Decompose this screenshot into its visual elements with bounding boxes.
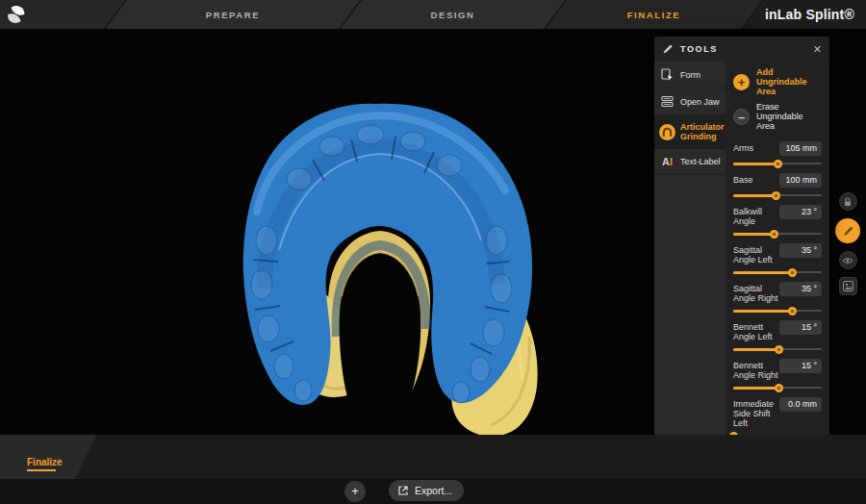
export-label: Export... <box>415 485 452 496</box>
slider-handle[interactable] <box>770 230 778 239</box>
slider-track[interactable] <box>733 268 822 277</box>
slider-row-arms: Arms 105 mm <box>733 141 822 168</box>
tool-item-label: Open Jaw <box>680 97 720 107</box>
slider-label: Sagittal Angle Right <box>733 282 779 303</box>
slider-value-box[interactable]: 0.0 mm <box>779 397 822 412</box>
tool-item-articulator-grinding[interactable]: Articulator Grinding <box>654 115 726 149</box>
slider-label: Bennett Angle Left <box>733 320 779 341</box>
tool-category-list: Form Open Jaw Articulator Grinding Aǀ <box>654 62 726 447</box>
bottom-step-bar: Finalize <box>0 435 866 479</box>
tool-item-label: Articulator Grinding <box>680 122 725 141</box>
tab-finalize[interactable]: FINALIZE <box>546 0 762 29</box>
add-step-button[interactable]: + <box>344 481 366 502</box>
slider-value-box[interactable]: 35 ° <box>779 243 822 258</box>
slider-value-box[interactable]: 105 mm <box>779 141 822 156</box>
slider-handle[interactable] <box>788 268 797 277</box>
tab-prepare[interactable]: PREPARE <box>106 0 360 29</box>
slider-label: Balkwill Angle <box>733 205 779 226</box>
text-label-icon: Aǀ <box>659 156 675 167</box>
close-icon[interactable]: ✕ <box>813 44 822 55</box>
snapshot-icon[interactable] <box>839 277 857 295</box>
slider-label: Immediate Side Shift Left <box>733 397 779 428</box>
tool-item-label: Form <box>680 70 700 80</box>
slider-row-bennett-angle-left: Bennett Angle Left 15 ° <box>733 320 822 354</box>
slider-label: Base <box>733 173 753 185</box>
tool-item-form[interactable]: Form <box>654 62 726 88</box>
splint-jaw-model[interactable] <box>207 96 563 466</box>
slider-track[interactable] <box>733 191 822 200</box>
erase-area-label: Erase Ungrindable Area <box>756 102 822 131</box>
slider-handle[interactable] <box>774 160 782 168</box>
inlab-splint-app: PREPARE DESIGN FINALIZE inLab Splint® <box>0 0 866 504</box>
step-tab-label: Finalize <box>27 457 63 467</box>
slider-row-bennett-angle-right: Bennett Angle Right 15 ° <box>733 359 822 392</box>
tools-pencil-icon <box>662 43 674 55</box>
slider-row-sagittal-angle-left: Sagittal Angle Left 35 ° <box>733 243 822 277</box>
slider-label: Bennett Angle Right <box>733 359 779 380</box>
open-jaw-icon <box>659 95 675 108</box>
slider-label: Sagittal Angle Left <box>733 243 779 265</box>
slider-handle[interactable] <box>775 384 783 392</box>
tools-panel-title: TOOLS <box>680 44 813 54</box>
export-icon <box>397 485 409 496</box>
step-tab-underline <box>27 469 56 471</box>
slider-track[interactable] <box>733 160 822 168</box>
app-title: inLab Splint® <box>765 7 854 22</box>
tab-prepare-label: PREPARE <box>206 10 260 20</box>
add-area-label: Add Ungrindable Area <box>756 67 822 96</box>
slider-value-box[interactable]: 23 ° <box>779 205 822 219</box>
tool-item-text-label[interactable]: Aǀ Text-Label <box>654 149 726 175</box>
slider-handle[interactable] <box>788 307 797 315</box>
form-cursor-icon <box>659 68 675 81</box>
pencil-icon[interactable] <box>835 218 860 243</box>
slider-value-box[interactable]: 15 ° <box>779 359 822 373</box>
tab-design[interactable]: DESIGN <box>341 0 565 29</box>
plus-circle-icon: + <box>733 74 750 90</box>
slider-value-box[interactable]: 35 ° <box>779 282 822 296</box>
tools-panel: TOOLS ✕ Form Open Jaw <box>654 37 829 447</box>
tab-finalize-label: FINALIZE <box>627 10 681 20</box>
eye-icon[interactable] <box>839 251 857 269</box>
slider-track[interactable] <box>733 345 822 354</box>
tool-item-open-jaw[interactable]: Open Jaw <box>654 88 726 115</box>
lock-icon[interactable] <box>839 192 857 211</box>
slider-track[interactable] <box>733 230 822 239</box>
tab-design-label: DESIGN <box>430 10 474 20</box>
slider-track[interactable] <box>733 384 822 392</box>
slider-handle[interactable] <box>772 191 780 200</box>
top-nav-bar: PREPARE DESIGN FINALIZE inLab Splint® <box>0 0 866 29</box>
slider-row-sagittal-angle-right: Sagittal Angle Right 35 ° <box>733 282 822 315</box>
articulator-grinding-options: + Add Ungrindable Area – Erase Ungrindab… <box>726 62 829 447</box>
articulator-icon <box>659 124 675 140</box>
view-side-toolbar <box>835 192 860 295</box>
minus-circle-icon: – <box>733 109 750 125</box>
app-title-segment: inLab Splint® <box>743 0 866 29</box>
slider-row-base: Base 100 mm <box>733 173 822 200</box>
slider-handle[interactable] <box>775 345 783 354</box>
app-logo-segment <box>0 0 125 29</box>
erase-ungrindable-area-button[interactable]: – Erase Ungrindable Area <box>733 102 822 131</box>
slider-label: Arms <box>733 141 753 153</box>
slider-track[interactable] <box>733 307 822 315</box>
export-button[interactable]: Export... <box>389 480 464 501</box>
slider-value-box[interactable]: 100 mm <box>779 173 822 188</box>
slider-value-box[interactable]: 15 ° <box>779 320 822 335</box>
slider-row-balkwill-angle: Balkwill Angle 23 ° <box>733 205 822 239</box>
tools-panel-header[interactable]: TOOLS ✕ <box>654 37 829 62</box>
sirona-logo-icon <box>6 4 27 25</box>
add-ungrindable-area-button[interactable]: + Add Ungrindable Area <box>733 67 822 96</box>
tool-item-label: Text-Label <box>680 157 721 166</box>
